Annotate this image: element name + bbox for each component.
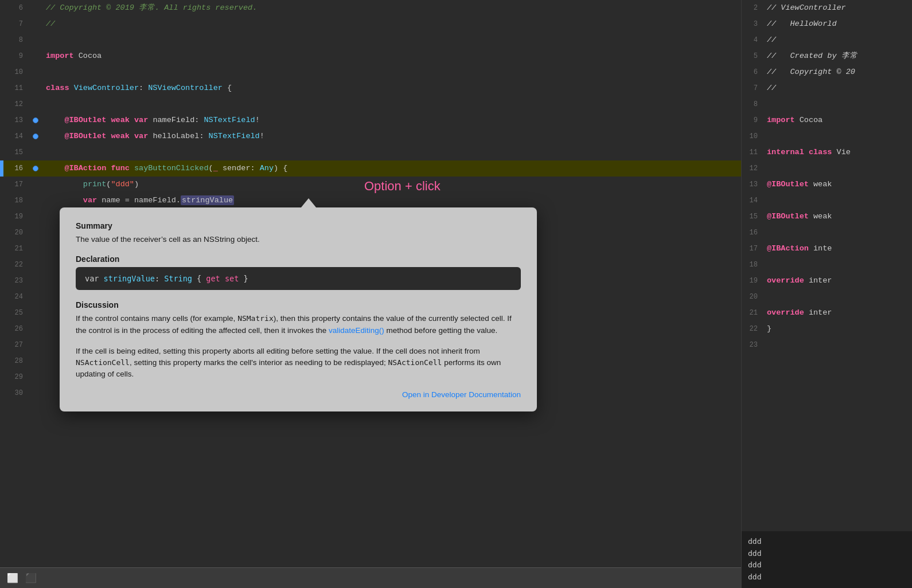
code-line-right: 11 internal class Vie xyxy=(742,144,912,160)
line-gutter xyxy=(30,166,41,171)
line-number: 13 xyxy=(0,112,30,128)
code-line-right: 20 xyxy=(742,289,912,305)
line-number-right: 9 xyxy=(742,112,763,128)
line-number-right: 20 xyxy=(742,289,763,305)
bottom-icon-left[interactable]: ⬜ xyxy=(7,573,18,584)
editor-left: 6 // Copyright © 2019 李常. All rights res… xyxy=(0,0,741,588)
line-number: 30 xyxy=(0,385,30,401)
line-number: 8 xyxy=(0,32,30,48)
line-number-right: 7 xyxy=(742,80,763,96)
output-line: ddd xyxy=(748,559,905,571)
gutter-dot xyxy=(33,166,38,171)
code-line-active: 16 @IBAction func sayButtonClicked(_ sen… xyxy=(0,160,741,177)
code-line: 10 xyxy=(0,64,741,80)
line-content-right: override inter xyxy=(763,273,912,289)
code-line-right: 21 override inter xyxy=(742,305,912,321)
line-number: 7 xyxy=(0,16,30,32)
right-code-area: 2 // ViewController 3 // HelloWorld 4 //… xyxy=(742,0,912,353)
line-number-right: 18 xyxy=(742,257,763,273)
bottom-bar: ⬜ ⬛ xyxy=(0,567,741,588)
code-line-right: 13 @IBOutlet weak xyxy=(742,177,912,193)
line-number-right: 10 xyxy=(742,128,763,144)
code-line-right: 10 xyxy=(742,128,912,144)
line-number-right: 21 xyxy=(742,305,763,321)
code-area-left: 6 // Copyright © 2019 李常. All rights res… xyxy=(0,0,741,588)
output-line: ddd xyxy=(748,548,905,560)
output-line: ddd xyxy=(748,571,905,583)
line-number: 29 xyxy=(0,369,30,385)
line-number: 27 xyxy=(0,337,30,353)
line-number: 24 xyxy=(0,289,30,305)
line-number-right: 2 xyxy=(742,0,763,16)
line-content-right: internal class Vie xyxy=(763,144,912,160)
line-number-right: 22 xyxy=(742,321,763,337)
code-line-right: 9 import Cocoa xyxy=(742,112,912,128)
discussion-p1: If the control contains many cells (for … xyxy=(76,313,521,336)
bottom-icon-right[interactable]: ⬛ xyxy=(25,573,37,584)
line-number: 14 xyxy=(0,128,30,144)
line-number: 9 xyxy=(0,48,30,64)
declaration-code-block: var stringValue: String { get set } xyxy=(76,267,521,290)
line-content: class ViewController: NSViewController { xyxy=(41,80,741,96)
line-number-right: 23 xyxy=(742,337,763,353)
line-number-right: 11 xyxy=(742,144,763,160)
gutter-dot xyxy=(33,117,38,123)
code-line-right: 6 // Copyright © 20 xyxy=(742,64,912,80)
line-number-right: 12 xyxy=(742,160,763,177)
documentation-popup: Summary The value of the receiver’s cell… xyxy=(60,207,537,411)
line-number-right: 14 xyxy=(742,193,763,209)
popup-footer: Open in Developer Documentation xyxy=(76,390,521,400)
line-number: 18 xyxy=(0,193,30,209)
output-panel: ddd ddd ddd ddd xyxy=(741,531,912,588)
line-content-right: // Copyright © 20 xyxy=(763,64,912,80)
option-click-label: Option + click xyxy=(364,179,441,194)
summary-title: Summary xyxy=(76,221,521,230)
line-content: import Cocoa xyxy=(41,48,741,64)
code-line-right: 8 xyxy=(742,96,912,112)
line-number-right: 5 xyxy=(742,48,763,64)
declaration-title: Declaration xyxy=(76,254,521,264)
line-number-right: 3 xyxy=(742,16,763,32)
code-line-right: 14 xyxy=(742,193,912,209)
line-number: 10 xyxy=(0,64,30,80)
code-line-right: 7 // xyxy=(742,80,912,96)
line-content: // Copyright © 2019 李常. All rights reser… xyxy=(41,0,741,16)
code-line: 9 import Cocoa xyxy=(0,48,741,64)
gutter-dot xyxy=(33,134,38,139)
line-number: 25 xyxy=(0,305,30,321)
discussion-p2: If the cell is being edited, setting thi… xyxy=(76,346,521,381)
code-line: 7 // xyxy=(0,16,741,32)
code-line: 11 class ViewController: NSViewControlle… xyxy=(0,80,741,96)
code-line: 12 xyxy=(0,96,741,112)
line-content-right: @IBAction inte xyxy=(763,241,912,257)
line-number: 23 xyxy=(0,273,30,289)
code-line-right: 5 // Created by 李常 xyxy=(742,48,912,64)
summary-text: The value of the receiver’s cell as an N… xyxy=(76,234,521,245)
code-line-right: 3 // HelloWorld xyxy=(742,16,912,32)
line-number: 20 xyxy=(0,225,30,241)
line-content-right: // xyxy=(763,80,912,96)
line-number-right: 15 xyxy=(742,209,763,225)
code-line-right: 19 override inter xyxy=(742,273,912,289)
code-line: 14 @IBOutlet weak var helloLabel: NSText… xyxy=(0,128,741,144)
line-content: @IBAction func sayButtonClicked(_ sender… xyxy=(41,160,741,177)
line-number-right: 8 xyxy=(742,96,763,112)
line-gutter xyxy=(30,134,41,139)
code-line: 13 @IBOutlet weak var nameField: NSTextF… xyxy=(0,112,741,128)
line-content: // xyxy=(41,16,741,32)
line-content-right: @IBOutlet weak xyxy=(763,177,912,193)
line-number: 15 xyxy=(0,144,30,160)
code-line-right: 12 xyxy=(742,160,912,177)
line-content-right: override inter xyxy=(763,305,912,321)
code-line-right: 17 @IBAction inte xyxy=(742,241,912,257)
code-line-right: 23 xyxy=(742,337,912,353)
line-number: 21 xyxy=(0,241,30,257)
line-number: 11 xyxy=(0,80,30,96)
tooltip-arrow xyxy=(298,198,319,211)
line-number: 22 xyxy=(0,257,30,273)
validate-editing-link[interactable]: validateEditing() xyxy=(329,326,384,335)
line-content: var name = nameField.stringValue xyxy=(41,193,741,209)
discussion-title: Discussion xyxy=(76,300,521,309)
line-number-right: 4 xyxy=(742,32,763,48)
open-docs-link[interactable]: Open in Developer Documentation xyxy=(402,390,521,399)
